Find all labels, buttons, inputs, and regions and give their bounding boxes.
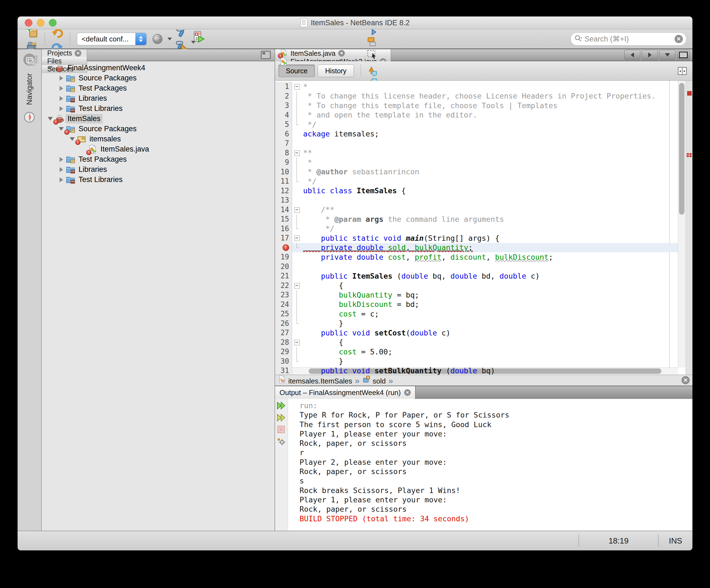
prev-bookmark-icon[interactable] — [366, 65, 378, 77]
search-clear-icon[interactable]: ✕ — [674, 35, 683, 43]
minimize-window-button[interactable] — [37, 19, 45, 27]
code-fold-toggle[interactable] — [292, 281, 302, 290]
code-line-8[interactable]: 8** — [275, 148, 678, 158]
output-tab-close-icon[interactable]: ✕ — [404, 389, 411, 396]
rerun-icon[interactable] — [277, 402, 286, 410]
code-line-15[interactable]: 15 * @param args the command line argume… — [275, 214, 678, 224]
tree-item-test-packages[interactable]: Test Packages — [42, 154, 275, 164]
deploy-dropdown-caret[interactable] — [167, 38, 172, 40]
tab-close-icon[interactable]: ✕ — [338, 50, 345, 56]
tree-expand-closed-icon[interactable] — [58, 96, 65, 101]
tab-close-icon[interactable]: ✕ — [75, 50, 81, 56]
tree-item-test-packages[interactable]: Test Packages — [42, 83, 275, 93]
scroll-tabs-left-button[interactable] — [624, 50, 640, 60]
code-line-10[interactable]: 10 * @author sebastianrincon — [275, 167, 678, 177]
deploy-globe-icon[interactable] — [151, 32, 165, 46]
compass-icon[interactable] — [23, 111, 36, 124]
tree-expand-open-icon[interactable] — [69, 137, 76, 141]
code-line-5[interactable]: 5 */ — [275, 120, 678, 129]
code-line-2[interactable]: 2 * To change this license header, choos… — [275, 91, 678, 101]
tree-item-source-packages[interactable]: Source Packages — [42, 73, 275, 83]
code-line-6[interactable]: 6ackage itemsales; — [275, 129, 678, 139]
tree-expand-open-icon[interactable] — [47, 66, 54, 70]
code-line-11[interactable]: 11 */ — [275, 177, 678, 186]
stop-run-icon[interactable] — [277, 426, 286, 434]
code-line-1[interactable]: 1* — [275, 82, 678, 91]
code-line-19[interactable]: 19 private double cost, profit, discount… — [275, 252, 678, 262]
breadcrumb-item[interactable]: itemsales.ItemSales — [288, 377, 352, 385]
code-line-24[interactable]: 24 bulkDiscount = bd; — [275, 300, 678, 309]
code-line-18[interactable]: ! private double sold, bulkQuantity; — [275, 243, 678, 253]
console-output[interactable]: run:Type R for Rock, P for Paper, or S f… — [288, 399, 692, 531]
history-view-button[interactable]: History — [318, 65, 354, 77]
select-in-projects-icon[interactable] — [366, 48, 378, 60]
run-settings-icon[interactable] — [277, 438, 286, 446]
tree-item-libraries[interactable]: Libraries — [42, 164, 275, 174]
minimize-window-icon[interactable] — [23, 53, 36, 66]
code-line-12[interactable]: 12ublic class ItemSales { — [275, 186, 678, 196]
close-window-button[interactable] — [25, 19, 32, 27]
breadcrumb-close-icon[interactable]: ✕ — [682, 376, 690, 384]
code-line-20[interactable]: 20 — [275, 262, 678, 272]
code-line-29[interactable]: 29 cost = 5.00; — [275, 347, 678, 357]
source-view-button[interactable]: Source — [278, 65, 315, 77]
navigator-dock-tab[interactable]: Navigator — [25, 73, 34, 105]
code-line-25[interactable]: 25 cost = c; — [275, 309, 678, 319]
code-line-28[interactable]: 28 { — [275, 338, 678, 347]
code-line-9[interactable]: 9 * — [275, 158, 678, 167]
code-line-22[interactable]: 22 { — [275, 281, 678, 290]
code-fold-toggle[interactable] — [292, 82, 302, 91]
code-line-30[interactable]: 30 } — [275, 357, 678, 366]
code-line-21[interactable]: 21 public ItemSales (double bq, double b… — [275, 271, 678, 281]
tree-expand-open-icon[interactable] — [47, 117, 54, 120]
error-stripe[interactable] — [686, 81, 692, 375]
code-fold-toggle[interactable] — [292, 148, 302, 158]
code-line-3[interactable]: 3 * To change this template file, choose… — [275, 101, 678, 110]
editor-vertical-scrollbar[interactable] — [678, 81, 686, 368]
zoom-window-button[interactable] — [49, 19, 56, 27]
code-fold-toggle[interactable] — [292, 338, 302, 347]
minimize-panel-icon[interactable] — [261, 51, 271, 59]
explorer-tab-projects[interactable]: Projects✕ — [42, 49, 87, 57]
maximize-editor-button[interactable] — [677, 50, 690, 60]
tree-item-itemsales[interactable]: !ItemSales — [42, 114, 275, 124]
error-stripe-mark[interactable] — [687, 91, 692, 96]
search-input[interactable]: Search (⌘+I) ✕ — [570, 32, 686, 46]
split-document-icon[interactable] — [676, 65, 688, 77]
breadcrumb-item[interactable]: sold — [373, 377, 386, 385]
tree-expand-closed-icon[interactable] — [58, 177, 65, 182]
code-line-17[interactable]: 17 public static void main(String[] args… — [275, 233, 678, 243]
dropdown-caret-icon[interactable] — [191, 41, 195, 48]
code-line-7[interactable]: 7 — [275, 139, 678, 148]
tree-expand-closed-icon[interactable] — [58, 167, 65, 172]
tree-expand-open-icon[interactable] — [58, 127, 65, 131]
tree-expand-closed-icon[interactable] — [58, 76, 65, 81]
tree-item-finalassingmentweek4[interactable]: FinalAssingmentWeek4 — [42, 63, 275, 73]
code-line-13[interactable]: 13 — [275, 195, 678, 205]
scrollbar-thumb[interactable] — [679, 83, 684, 215]
toggle-highlight-icon[interactable] — [366, 36, 378, 48]
code-line-4[interactable]: 4 * and open the template in the editor. — [275, 110, 678, 120]
output-tab[interactable]: Output – FinalAssingmentWeek4 (run) ✕ — [275, 386, 416, 399]
tree-expand-closed-icon[interactable] — [58, 106, 65, 111]
tree-expand-closed-icon[interactable] — [58, 157, 65, 162]
tree-item-libraries[interactable]: Libraries — [42, 93, 275, 103]
tree-item-itemsales[interactable]: !itemsales — [42, 134, 275, 144]
tree-item-test-libraries[interactable]: Test Libraries — [42, 174, 275, 185]
scroll-tabs-right-button[interactable] — [642, 50, 658, 60]
code-line-26[interactable]: 26 } — [275, 319, 678, 328]
tree-item-itemsales-java[interactable]: !ItemSales.java — [42, 144, 275, 154]
code-editor[interactable]: 1*2 * To change this license header, cho… — [275, 81, 692, 375]
config-select[interactable]: <default conf... — [77, 33, 147, 45]
code-fold-toggle[interactable] — [292, 205, 302, 215]
code-line-23[interactable]: 23 bulkQuantity = bq; — [275, 290, 678, 300]
code-line-14[interactable]: 14 /** — [275, 205, 678, 215]
error-stripe-mark[interactable] — [687, 153, 689, 155]
tree-item-source-packages[interactable]: !Source Packages — [42, 124, 275, 134]
code-fold-toggle[interactable] — [292, 233, 302, 243]
code-line-16[interactable]: 16 */ — [275, 224, 678, 234]
tree-item-test-libraries[interactable]: Test Libraries — [42, 103, 275, 114]
config-select-stepper[interactable] — [135, 33, 146, 45]
tree-expand-closed-icon[interactable] — [58, 86, 65, 91]
rerun-modified-icon[interactable] — [277, 414, 286, 422]
